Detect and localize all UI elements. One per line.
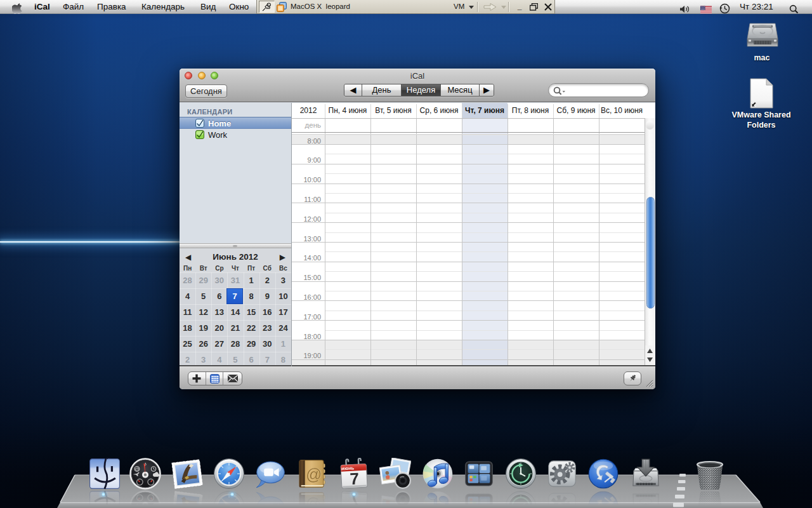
svg-text:@: @ bbox=[306, 465, 322, 483]
svg-text:7: 7 bbox=[350, 469, 360, 488]
svg-text:@: @ bbox=[134, 467, 139, 471]
